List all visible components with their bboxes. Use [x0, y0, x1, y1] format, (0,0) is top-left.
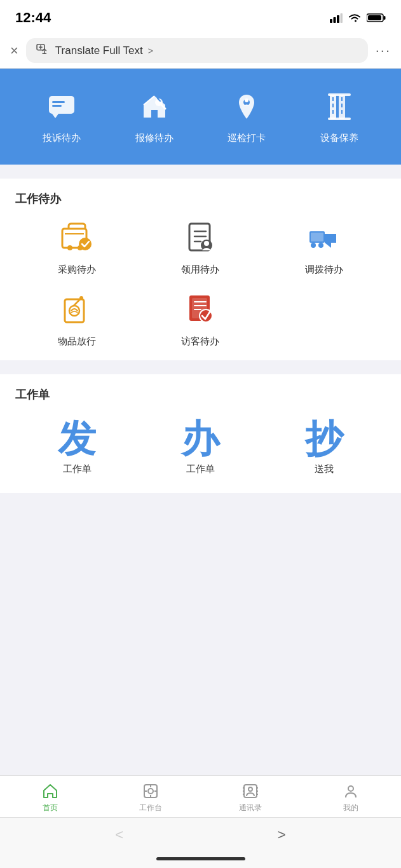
blue-banner: 投诉待办 报修待办 巡检打卡	[0, 69, 401, 165]
grid-item-requisition[interactable]: 领用待办	[139, 219, 262, 276]
workorder-label-handle: 工作单	[186, 463, 215, 475]
banner-label-maintenance: 设备保养	[320, 132, 358, 144]
svg-rect-6	[368, 15, 381, 20]
workorder-item-handle[interactable]: 办 工作单	[139, 420, 262, 475]
svg-rect-9	[52, 101, 65, 103]
workbench-nav-icon	[142, 782, 160, 800]
workorder-item-send[interactable]: 发 工作单	[15, 420, 139, 475]
nav-label-mine: 我的	[343, 803, 358, 813]
equipment-icon	[322, 89, 357, 125]
translate-icon	[36, 43, 50, 58]
banner-item-repair[interactable]: 报修待办	[135, 89, 173, 144]
transfer-icon	[305, 219, 343, 257]
svg-point-25	[67, 245, 72, 250]
close-button[interactable]: ×	[10, 43, 18, 59]
spacer	[0, 493, 401, 775]
nav-item-mine[interactable]: 我的	[301, 782, 401, 813]
browser-back-button[interactable]: <	[102, 824, 136, 846]
home-indicator	[0, 852, 401, 868]
grid-label-requisition: 领用待办	[181, 264, 219, 276]
work-order-section: 工作单 发 工作单 办 工作单 抄 送我	[0, 374, 401, 493]
svg-rect-32	[311, 233, 323, 241]
contacts-nav-icon	[241, 782, 259, 800]
url-text: Translate Full Text	[55, 44, 143, 57]
wifi-icon	[348, 13, 362, 23]
url-chevron: >	[148, 46, 153, 56]
workorder-char-send: 发	[58, 420, 96, 458]
wrench-house-icon	[137, 89, 172, 125]
requisition-icon	[181, 219, 219, 257]
svg-rect-19	[341, 97, 343, 101]
svg-point-45	[348, 786, 353, 791]
banner-item-maintenance[interactable]: 设备保养	[320, 89, 358, 144]
svg-rect-23	[328, 118, 351, 120]
grid-item-transfer[interactable]: 调拨待办	[262, 219, 386, 276]
browser-forward-button[interactable]: >	[265, 824, 299, 846]
svg-point-13	[245, 98, 248, 102]
svg-point-33	[311, 243, 316, 248]
svg-rect-10	[52, 105, 62, 107]
chat-icon	[44, 89, 79, 125]
grid-item-visitor[interactable]: 访客待办	[139, 291, 262, 348]
svg-rect-35	[65, 299, 84, 322]
svg-point-27	[79, 238, 92, 250]
location-person-icon	[229, 89, 264, 125]
status-icons	[330, 13, 386, 23]
grid-label-transfer: 调拨待办	[305, 264, 343, 276]
url-bar[interactable]: Translate Full Text >	[26, 38, 368, 63]
banner-label-patrol: 巡检打卡	[228, 132, 266, 144]
bottom-nav: 首页 工作台 通讯录	[0, 775, 401, 817]
banner-item-complaint[interactable]: 投诉待办	[43, 89, 81, 144]
nav-item-workbench[interactable]: 工作台	[100, 782, 201, 813]
workorder-item-copy[interactable]: 抄 送我	[262, 420, 386, 475]
grid-item-purchase[interactable]: 采购待办	[15, 219, 139, 276]
grid-label-purchase: 采购待办	[58, 264, 96, 276]
home-nav-icon	[41, 782, 59, 800]
nav-label-workbench: 工作台	[139, 803, 162, 813]
banner-item-patrol[interactable]: 巡检打卡	[228, 89, 266, 144]
svg-rect-17	[332, 110, 334, 114]
grid-item-release[interactable]: 物品放行	[15, 291, 139, 348]
browser-nav: < >	[0, 817, 401, 852]
pending-work-grid: 采购待办 领用待办	[15, 219, 386, 348]
svg-point-37	[79, 296, 83, 300]
svg-rect-3	[341, 13, 343, 23]
banner-label-repair: 报修待办	[135, 132, 173, 144]
pending-work-section: 工作待办 采购待办	[0, 179, 401, 360]
workorder-label-copy: 送我	[315, 463, 334, 475]
mine-nav-icon	[342, 782, 360, 800]
svg-point-34	[318, 243, 323, 248]
svg-rect-22	[328, 93, 351, 96]
work-order-title: 工作单	[15, 387, 386, 402]
svg-rect-15	[332, 97, 334, 101]
svg-rect-5	[384, 16, 386, 20]
more-button[interactable]: ···	[376, 43, 391, 59]
svg-rect-0	[330, 19, 332, 23]
home-bar	[156, 857, 245, 860]
release-icon	[58, 291, 96, 329]
svg-rect-1	[334, 17, 336, 23]
svg-point-42	[148, 789, 153, 794]
signal-icon	[330, 13, 343, 23]
svg-rect-8	[49, 96, 74, 114]
purchase-icon	[58, 219, 96, 257]
status-bar: 12:44	[0, 0, 401, 33]
nav-item-contacts[interactable]: 通讯录	[201, 782, 301, 813]
separator-1	[0, 165, 401, 171]
workorder-char-copy: 抄	[305, 420, 343, 458]
banner-label-complaint: 投诉待办	[43, 132, 81, 144]
pending-work-title: 工作待办	[15, 191, 386, 207]
battery-icon	[367, 13, 386, 23]
grid-label-visitor: 访客待办	[181, 336, 219, 348]
status-time: 12:44	[15, 10, 51, 26]
nav-label-home: 首页	[43, 803, 58, 813]
svg-rect-21	[341, 110, 343, 114]
grid-label-release: 物品放行	[58, 336, 96, 348]
svg-rect-20	[341, 104, 343, 107]
separator-2	[0, 360, 401, 367]
browser-bar: × Translate Full Text > ···	[0, 33, 401, 69]
workorder-char-handle: 办	[181, 420, 219, 458]
nav-item-home[interactable]: 首页	[0, 782, 100, 813]
nav-label-contacts: 通讯录	[239, 803, 262, 813]
svg-point-44	[248, 787, 252, 791]
